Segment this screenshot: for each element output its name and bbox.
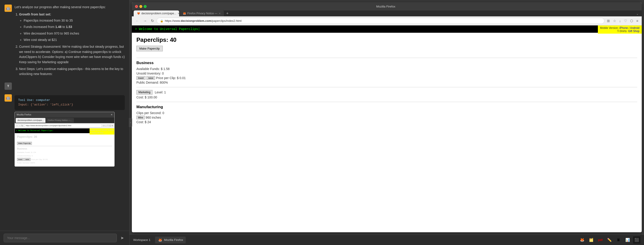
thumb-page: Mobile Version: iPhone / AndroidT-Shirts… [15,128,114,166]
list-item-growth: Growth from last set: Paperclips increas… [19,12,125,42]
thumb-navbar: ← → ↻ https://www.decisionproblem.com/pa… [15,123,114,129]
firefox-taskbar-label: Mozilla Firefox [164,238,183,242]
thumb-make-btn[interactable]: Make Paperclip [17,142,32,145]
inventory-row: Unsold Inventory: 0 [136,72,637,75]
send-button[interactable]: ➤ [119,234,126,242]
thumb-tab-inactive: Firefox Privacy Notice —... [46,118,74,122]
maximize-window-button[interactable]: + [144,5,146,8]
game-area: Paperclips: 40 Make Paperclip Business A… [132,33,642,128]
tab-active[interactable]: 🦊 decisionproblem.com/pape... ✕ [134,10,179,16]
marketing-level: Level: 1 [155,90,166,94]
growth-detail-2: Funds increased from 1.48 to 1.53 [24,24,125,29]
firefox-taskbar-icon: 🦊 [158,238,163,242]
tab-label-active: decisionproblem.com/pape... [142,12,176,15]
growth-detail-3: Wire decreased from 970 to 965 inches [24,31,125,36]
page-content: Mobile Version: iPhone / Android T-Shirt… [132,26,642,232]
raise-price-button[interactable]: raise [146,76,155,80]
ai-message-1: 🤖 Let's analyze our progress after makin… [4,4,125,78]
wire-row: Wire 960 inches [136,116,637,119]
taskbar: Workspace 1 🦊 Mozilla Firefox 🦊 🗂️ pdf ✏… [130,234,644,245]
bookmark-button[interactable]: ☆ [612,18,617,24]
tool-label: Tool Use: computer [18,98,50,102]
ai-tool-body: Tool Use: computer Input: {'action': 'le… [14,94,125,166]
ai-tool-message: 🤖 Tool Use: computer Input: {'action': '… [4,94,125,166]
wire-button[interactable]: Wire [136,116,145,119]
browser-panel: ✕ – + Mozilla Firefox 🦊 decisionproblem.… [130,0,644,245]
lower-price-button[interactable]: lower [136,76,146,80]
thumb-lower-btn[interactable]: lower [17,158,24,161]
ai-intro-text: Let's analyze our progress after making … [14,4,125,10]
tool-code-block: Tool Use: computer Input: {'action': 'le… [14,95,125,110]
thumb-close: ✕ [111,113,112,116]
giftshop-link[interactable]: Gift Shop [628,30,640,33]
workspace-label: Workspace 1 [133,238,150,242]
tab-label-inactive: Firefox Privacy Notice — [187,12,217,15]
taskbar-calc-icon[interactable]: 🖩 [615,236,622,244]
wire-cost-row: Cost: $ 24 [136,120,637,124]
chat-input-area: ➤ [0,231,129,245]
url-text: https://www.decisionproblem.com/papercli… [165,19,601,22]
price-row: lower raise Price per Clip: $ 0.01 [136,76,637,80]
tab-inactive[interactable]: 🦊 Firefox Privacy Notice — ✕ [180,10,224,16]
marketing-row: Marketing Level: 1 [136,90,637,94]
menu-button[interactable]: ≡ [635,18,640,24]
ai-tool-avatar: 🤖 [4,94,12,102]
taskbar-spreadsheet-icon[interactable]: 📊 [624,236,631,244]
screenshot-thumbnail: Mozilla Firefox ✕ decisionproblem.com/pa… [14,112,114,166]
mobile-banner-line2: T-Shirts: Gift Shop [600,30,640,33]
tab-favicon-inactive: 🦊 [183,12,186,15]
thumb-game-area: Paperclips: 36 Make Paperclip Business A… [15,133,114,166]
input-label: Input: {'action': 'left_click'} [18,103,73,106]
thumb-url: https://www.decisionproblem.com/papercli… [24,124,102,128]
minimize-window-button[interactable]: – [139,5,142,8]
chat-panel: 🤖 Let's analyze our progress after makin… [0,0,130,245]
taskbar-pdf-icon[interactable]: pdf [597,236,604,244]
price-label: Price per Clip: $ 0.01 [156,76,186,80]
user-avatar: T [4,82,12,90]
taskbar-files-icon[interactable]: 🗂️ [588,236,595,244]
close-window-button[interactable]: ✕ [135,5,138,8]
mobile-banner-line1: Mobile Version: iPhone / Android [600,26,640,30]
screenshot-button[interactable]: ↓ [618,18,622,24]
thumb-demand: Public Demand: 800% [17,162,112,164]
thumb-tab-active: decisionproblem.com/pape... [16,118,46,122]
firefox-window: ✕ – + Mozilla Firefox 🦊 decisionproblem.… [132,2,642,232]
chat-input[interactable] [4,234,117,242]
reader-view-button[interactable]: ⊞ [606,18,611,24]
taskbar-firefox-item[interactable]: 🦊 Mozilla Firefox [155,236,186,244]
iphone-link[interactable]: iPhone [620,26,628,30]
thumb-raise-btn[interactable]: raise [24,158,30,161]
taskbar-firefox-icon[interactable]: 🦊 [578,236,586,244]
make-paperclip-button[interactable]: Make Paperclip [136,46,163,51]
new-tab-button[interactable]: + [224,11,230,16]
growth-detail-4: Wire cost steady at $21 [24,37,125,42]
ai-message-body-1: Let's analyze our progress after making … [14,4,125,78]
security-icon: 🔒 [160,19,164,22]
thumb-titlebar: Mozilla Firefox ✕ [15,112,114,118]
refresh-button[interactable]: ↻ [150,18,155,24]
window-title: Mozilla Firefox [146,5,625,8]
terminal-text: > Welcome to Universal Paperclips| [135,27,200,31]
marketing-upgrade-button[interactable]: Marketing [136,90,152,94]
tab-close-inactive[interactable]: ✕ [219,12,221,15]
window-controls: ✕ – + [135,5,146,8]
taskbar-right-icons: 🦊 🗂️ pdf ✏️ 🖩 📊 ⬛ [578,236,640,244]
back-button[interactable]: ← [134,18,140,24]
taskbar-edit-icon[interactable]: ✏️ [606,236,613,244]
url-bar[interactable]: 🔒 https://www.decisionproblem.com/paperc… [156,18,604,24]
collapse-handle[interactable]: › [129,118,132,127]
taskbar-terminal-icon[interactable]: ⬛ [633,236,640,244]
paperclips-count: Paperclips: 40 [136,36,637,44]
thumb-paperclips-count: Paperclips: 36 [17,134,112,139]
url-path: /paperclips/index2.html [211,19,242,22]
extensions-button[interactable]: ⬡ [629,18,634,24]
thumb-funds: Available Funds: $ 1.54 [17,151,112,154]
forward-button[interactable]: → [142,18,148,24]
ai-avatar: 🤖 [4,4,12,12]
thumb-title: Mozilla Firefox [16,113,31,116]
android-link[interactable]: Android [630,26,640,30]
tab-favicon-active: 🦊 [137,12,140,15]
marketing-cost-row: Cost: $ 100.00 [136,96,637,99]
mobile-banner: Mobile Version: iPhone / Android T-Shirt… [598,26,642,34]
sync-button[interactable]: ♡ [623,18,628,24]
